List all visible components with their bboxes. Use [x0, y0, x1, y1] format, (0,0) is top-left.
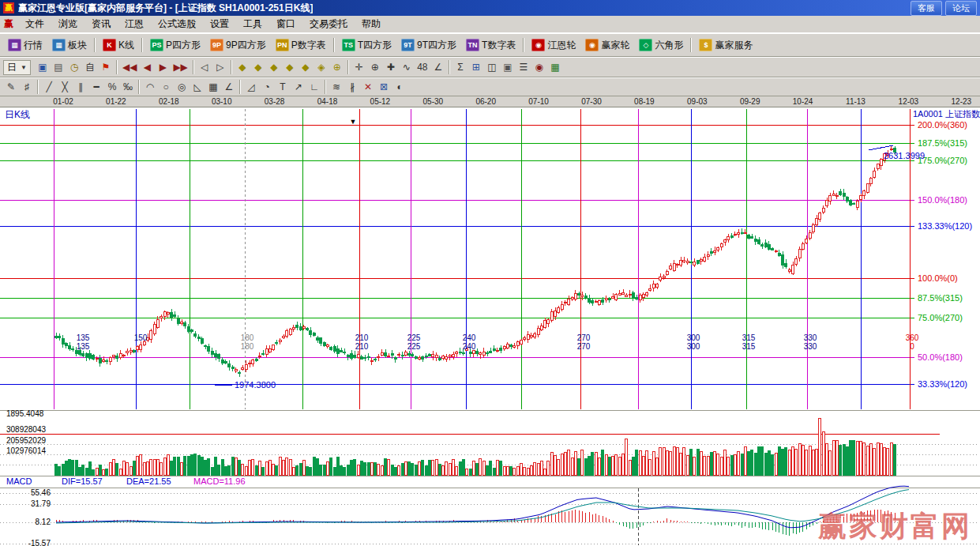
gann-diamond-6-icon[interactable]: ◈: [314, 59, 329, 75]
date-label: 11-13: [846, 97, 865, 106]
prev-bar-icon[interactable]: ◀: [139, 59, 155, 75]
next-bar-icon[interactable]: ▶: [155, 59, 171, 75]
measure-tool-icon[interactable]: ∟: [306, 79, 322, 95]
chevron-down-icon: ▼: [21, 64, 27, 71]
crosshair-tool-icon[interactable]: ✚: [383, 59, 399, 75]
toolbar-button-9p-square[interactable]: 9P9P四方形: [205, 36, 271, 55]
report-icon[interactable]: ▤: [51, 59, 66, 75]
toolbar-button-t-number-table[interactable]: TNT数字表: [461, 36, 520, 55]
svg-text:1974.3800: 1974.3800: [235, 380, 276, 390]
toolbar-separator: [239, 80, 241, 94]
svg-text:270: 270: [577, 342, 591, 351]
last-bar-icon[interactable]: ▶▶: [171, 59, 190, 75]
chart-area[interactable]: 200.0%(360)187.5%(315)175.0%(270)150.0%(…: [0, 107, 980, 546]
window-icon[interactable]: ▣: [35, 59, 51, 75]
wave-tool-icon[interactable]: ∿: [399, 59, 415, 75]
toolbar-navigation: 日▼▣▤◷自⚑◀◀◀▶▶▶◁▷◆◆◆◆◆◈⊕✛⊕✚∿48∠Σ⊞◫▣☰◉▦: [0, 57, 980, 77]
gann-diamond-5-icon[interactable]: ◆: [298, 59, 314, 75]
toolbar-button-sectors[interactable]: ▦板块: [47, 36, 92, 55]
first-bar-icon[interactable]: ◀◀: [120, 59, 139, 75]
custom-period-icon[interactable]: 自: [82, 59, 98, 75]
angle-tool-icon[interactable]: ∠: [430, 59, 446, 75]
menu-item[interactable]: 江恩: [118, 16, 151, 32]
page-right-icon[interactable]: ▷: [212, 59, 228, 75]
percent-tool-icon[interactable]: %: [104, 79, 120, 95]
permille-tool-icon[interactable]: ‰: [120, 79, 136, 95]
gann-diamond-2-icon[interactable]: ◆: [250, 59, 266, 75]
gann-diamond-4-icon[interactable]: ◆: [282, 59, 298, 75]
date-axis: 01-0201-2202-1803-1003-2804-1805-1205-30…: [0, 96, 980, 107]
grid-view-icon[interactable]: ⊞: [468, 59, 484, 75]
hand-tool-icon[interactable]: ✛: [351, 59, 367, 75]
cross-line-tool-icon[interactable]: ╳: [57, 79, 73, 95]
panel-view-icon[interactable]: ◫: [484, 59, 500, 75]
toolbar-button-quotes[interactable]: ▦行情: [3, 36, 47, 55]
pencil-tool-icon[interactable]: ✎: [3, 79, 19, 95]
gann-wheel-icon: ◉: [531, 39, 545, 51]
svg-text:308928043: 308928043: [6, 425, 46, 434]
svg-text:270: 270: [577, 333, 591, 342]
speed-line-tool-icon[interactable]: ◿: [243, 79, 259, 95]
print-icon[interactable]: ☰: [516, 59, 531, 75]
sum-tool-icon[interactable]: Σ: [452, 59, 468, 75]
flag-icon[interactable]: ⚑: [98, 59, 114, 75]
save-icon[interactable]: ▣: [500, 59, 516, 75]
parallel-line-tool-icon[interactable]: ∥: [73, 79, 88, 95]
forum-button[interactable]: 论坛: [945, 1, 977, 16]
hatch-tool-icon[interactable]: ♯: [19, 79, 35, 95]
gann-diamond-1-icon[interactable]: ◆: [235, 59, 250, 75]
svg-text:240: 240: [463, 342, 476, 351]
sectors-icon: ▦: [52, 39, 66, 51]
customer-service-button[interactable]: 客服: [911, 1, 942, 16]
trend-line-tool-icon[interactable]: ╱: [41, 79, 57, 95]
svg-text:135: 135: [77, 333, 90, 342]
svg-text:187.5%(315): 187.5%(315): [918, 138, 967, 148]
svg-text:1895.4048: 1895.4048: [6, 409, 44, 418]
arrow-mark-tool-icon[interactable]: ↗: [291, 79, 306, 95]
lock-tool-icon[interactable]: ⊠: [376, 79, 392, 95]
toolbar-button-hexagon[interactable]: ◇六角形: [634, 36, 688, 55]
kline-chart[interactable]: 200.0%(360)187.5%(315)175.0%(270)150.0%(…: [0, 107, 980, 546]
text-tool-icon[interactable]: T: [275, 79, 291, 95]
toolbar-button-9t-square[interactable]: 9T9T四方形: [396, 36, 461, 55]
toolbar-button-t-square[interactable]: TST四方形: [337, 36, 396, 55]
toolbar-button-p-square[interactable]: PSP四方形: [145, 36, 205, 55]
menu-item[interactable]: 交易委托: [302, 16, 355, 32]
apps-icon[interactable]: ▦: [547, 59, 563, 75]
circle-tool-icon[interactable]: ○: [158, 79, 174, 95]
horizontal-line-tool-icon[interactable]: ━: [88, 79, 104, 95]
toolbar-button-winner-service[interactable]: $赢家服务: [694, 36, 757, 55]
angle-48-icon[interactable]: 48: [415, 59, 430, 75]
gann-compass-icon[interactable]: ⊕: [329, 59, 345, 75]
arc-tool-icon[interactable]: ◠: [142, 79, 158, 95]
cycle-tool-icon[interactable]: ◎: [174, 79, 190, 95]
toolbar-button-winner-wheel[interactable]: ◉赢家轮: [580, 36, 634, 55]
menu-item[interactable]: 帮助: [355, 16, 388, 32]
menu-item[interactable]: 设置: [203, 16, 236, 32]
menu-item[interactable]: 文件: [18, 16, 51, 32]
wave-count-tool-icon[interactable]: ≋: [329, 79, 344, 95]
toolbar-button-gann-wheel[interactable]: ◉江恩轮: [527, 36, 580, 55]
quarter-circle-tool-icon[interactable]: ◔: [259, 79, 275, 95]
capture-icon[interactable]: ◉: [531, 59, 547, 75]
zoom-tool-icon[interactable]: ⊕: [367, 59, 383, 75]
clock-icon[interactable]: ◷: [66, 59, 82, 75]
page-left-icon[interactable]: ◁: [197, 59, 212, 75]
toolbar-button-kline[interactable]: KK线: [98, 36, 139, 55]
erase-tool-icon[interactable]: ✕: [360, 79, 376, 95]
gann-fan-tool-icon[interactable]: ◺: [190, 79, 205, 95]
menu-item[interactable]: 工具: [236, 16, 269, 32]
angle-line-tool-icon[interactable]: ∠: [221, 79, 237, 95]
tool-settings-icon[interactable]: ◐: [392, 79, 407, 95]
hexagon-icon: ◇: [639, 39, 652, 51]
menu-item[interactable]: 窗口: [269, 16, 302, 32]
menu-item[interactable]: 浏览: [51, 16, 84, 32]
menu-item[interactable]: 资讯: [84, 16, 118, 32]
channel-tool-icon[interactable]: ∦: [344, 79, 360, 95]
period-selector[interactable]: 日▼: [3, 60, 31, 75]
gann-diamond-3-icon[interactable]: ◆: [266, 59, 282, 75]
menu-item[interactable]: 公式选股: [151, 16, 203, 32]
gann-grid-tool-icon[interactable]: ▦: [205, 79, 221, 95]
toolbar-button-p-number-table[interactable]: PNP数字表: [271, 36, 331, 55]
date-label: 01-22: [106, 97, 126, 106]
